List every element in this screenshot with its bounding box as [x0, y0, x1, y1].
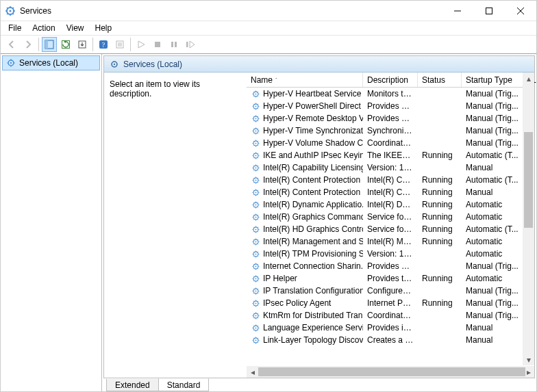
svg-line-124 — [253, 194, 253, 195]
services-list[interactable]: Nameˇ Description Status Startup Type Lo… — [247, 73, 534, 378]
menu-action[interactable]: Action — [27, 23, 60, 34]
svg-point-187 — [255, 278, 256, 279]
service-row[interactable]: Hyper-V Remote Desktop Vi...Provides a p… — [247, 112, 534, 125]
service-description: Coordinates... — [367, 311, 418, 320]
service-row[interactable]: Intel(R) Dynamic Applicatio...Intel(R) D… — [247, 198, 534, 211]
svg-line-185 — [258, 263, 258, 264]
export-list-button[interactable] — [75, 37, 90, 52]
refresh-button[interactable] — [58, 37, 73, 52]
svg-line-42 — [253, 91, 253, 92]
service-row[interactable]: KtmRm for Distributed Tran...Coordinates… — [247, 309, 534, 322]
svg-line-232 — [253, 325, 253, 326]
service-row[interactable]: IKE and AuthIP IPsec Keying...The IKEEXT… — [247, 149, 534, 161]
service-row[interactable]: IP Translation Configuration...Configure… — [247, 285, 534, 297]
svg-point-35 — [114, 63, 115, 64]
service-status: Running — [422, 237, 453, 246]
tab-standard[interactable]: Standard — [158, 378, 210, 391]
properties-button[interactable] — [112, 37, 127, 52]
service-gear-icon — [251, 151, 260, 160]
svg-line-182 — [253, 263, 253, 264]
svg-point-67 — [255, 130, 256, 131]
svg-line-174 — [253, 256, 253, 257]
service-row[interactable]: Language Experience ServiceProvides inf.… — [247, 322, 534, 334]
tab-extended[interactable]: Extended — [106, 379, 159, 391]
menu-view[interactable]: View — [62, 23, 89, 34]
forward-button[interactable] — [21, 37, 36, 52]
service-row[interactable]: IPsec Policy AgentInternet Pro...Running… — [247, 297, 534, 309]
service-description: Synchronize... — [367, 126, 418, 135]
scroll-thumb[interactable] — [258, 367, 525, 376]
svg-line-143 — [258, 219, 258, 220]
service-row[interactable]: Internet Connection Sharin...Provides ne… — [247, 260, 534, 272]
svg-line-163 — [258, 244, 258, 244]
svg-line-53 — [258, 108, 258, 109]
view-tabs: Extended Standard — [102, 378, 536, 391]
column-status[interactable]: Status — [418, 73, 462, 87]
service-startup-type: Automatic — [466, 237, 502, 246]
menu-file[interactable]: File — [3, 23, 26, 34]
svg-line-152 — [253, 226, 253, 227]
svg-line-144 — [253, 219, 253, 220]
navigation-tree[interactable]: Services (Local) — [1, 54, 102, 391]
scroll-track[interactable] — [258, 366, 523, 378]
column-startup-type[interactable]: Startup Type — [462, 73, 527, 87]
svg-point-117 — [255, 192, 256, 193]
service-name: Intel(R) Content Protection ... — [263, 175, 363, 185]
service-row[interactable]: Intel(R) Management and S...Intel(R) Ma.… — [247, 235, 534, 248]
service-row[interactable]: Intel(R) Capability Licensing...Version:… — [247, 161, 534, 174]
svg-line-105 — [258, 165, 258, 166]
service-row[interactable]: Intel(R) HD Graphics Contro...Service fo… — [247, 223, 534, 235]
restart-service-button[interactable] — [183, 37, 198, 52]
svg-line-83 — [258, 145, 258, 146]
gear-icon — [5, 57, 16, 68]
service-description: Version: 1.6... — [367, 163, 417, 172]
column-name[interactable]: Nameˇ — [247, 73, 363, 87]
scroll-left-button[interactable]: ◂ — [247, 366, 258, 378]
scroll-up-button[interactable]: ▴ — [523, 73, 534, 84]
horizontal-scrollbar[interactable]: ◂ ▸ — [247, 366, 534, 378]
column-description[interactable]: Description — [363, 73, 418, 87]
list-rows[interactable]: Hyper-V Heartbeat ServiceMonitors th...M… — [247, 88, 534, 366]
nav-services-local[interactable]: Services (Local) — [2, 55, 100, 70]
scroll-thumb[interactable] — [524, 132, 533, 228]
svg-line-145 — [258, 214, 258, 215]
service-row[interactable]: Link-Layer Topology Discov...Creates a N… — [247, 334, 534, 346]
service-description: Monitors th... — [367, 89, 414, 99]
service-row[interactable]: Intel(R) TPM Provisioning S...Version: 1… — [247, 248, 534, 260]
svg-line-154 — [253, 231, 253, 232]
service-row[interactable]: Hyper-V Heartbeat ServiceMonitors th...M… — [247, 88, 534, 100]
service-description: Provides a p... — [367, 114, 418, 123]
scroll-track[interactable] — [523, 84, 534, 354]
svg-line-102 — [253, 165, 253, 166]
svg-point-107 — [255, 179, 256, 181]
stop-service-button[interactable] — [150, 37, 165, 52]
service-row[interactable]: Intel(R) Graphics Command...Service for … — [247, 211, 534, 223]
service-row[interactable]: Hyper-V PowerShell Direct ...Provides a … — [247, 100, 534, 112]
vertical-scrollbar[interactable]: ▴ ▾ — [523, 73, 534, 365]
service-row[interactable]: Hyper-V Time Synchronizati...Synchronize… — [247, 125, 534, 137]
minimize-button[interactable] — [442, 1, 473, 21]
svg-point-127 — [255, 204, 256, 205]
service-row[interactable]: Intel(R) Content Protection ...Intel(R) … — [247, 186, 534, 198]
svg-line-175 — [258, 251, 258, 252]
back-button[interactable] — [4, 37, 19, 52]
svg-line-72 — [253, 128, 253, 129]
service-row[interactable]: Intel(R) Content Protection ...Intel(R) … — [247, 174, 534, 186]
svg-point-217 — [255, 315, 256, 316]
close-button[interactable] — [505, 1, 536, 21]
description-pane: Select an item to view its description. — [104, 73, 247, 378]
svg-line-243 — [258, 342, 258, 343]
start-service-button[interactable] — [134, 37, 149, 52]
service-row[interactable]: IP HelperProvides tu...RunningAutomaticL… — [247, 272, 534, 285]
maximize-button[interactable] — [473, 1, 505, 21]
service-description: Service for I... — [367, 224, 418, 234]
help-button[interactable]: ? — [96, 37, 111, 52]
svg-rect-27 — [186, 42, 188, 47]
pause-service-button[interactable] — [166, 37, 182, 52]
svg-line-204 — [253, 293, 253, 293]
show-hide-tree-button[interactable] — [42, 37, 57, 52]
menu-help[interactable]: Help — [90, 23, 117, 34]
service-name: KtmRm for Distributed Tran... — [263, 311, 363, 320]
scroll-down-button[interactable]: ▾ — [523, 354, 534, 365]
service-row[interactable]: Hyper-V Volume Shadow C...Coordinates...… — [247, 137, 534, 149]
